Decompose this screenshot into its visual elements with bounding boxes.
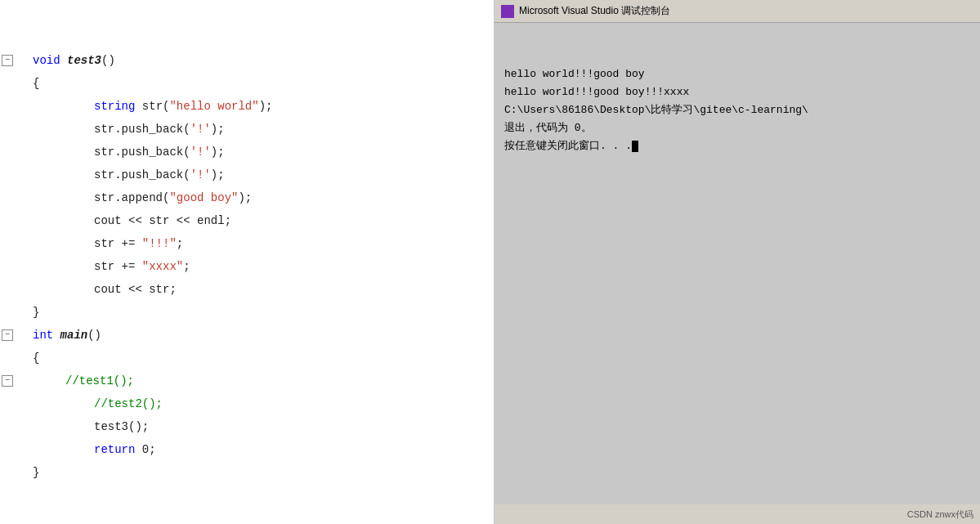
line-text: //test2(); — [33, 392, 163, 415]
token: { — [33, 352, 39, 365]
code-line: −int main() — [0, 324, 494, 347]
code-line: } — [0, 461, 494, 484]
line-text: str.append("good boy"); — [33, 186, 252, 209]
code-content: −void test3(){string str("hello world");… — [0, 0, 494, 487]
token: str.append( — [94, 191, 169, 204]
token: str += — [94, 237, 142, 250]
code-line: cout << str; — [0, 278, 494, 301]
watermark: CSDN znwx代码 — [907, 508, 973, 521]
token: return — [94, 443, 142, 456]
token: str.push_back( — [94, 146, 190, 159]
console-footer: CSDN znwx代码 — [494, 504, 980, 524]
line-text: } — [33, 301, 39, 324]
line-text: str.push_back('!'); — [33, 163, 225, 186]
collapse-button[interactable]: − — [2, 375, 13, 387]
token: ; — [183, 260, 190, 273]
line-text: { — [33, 347, 39, 369]
token: str.push_back( — [94, 123, 190, 136]
code-line: −void test3() — [0, 49, 494, 72]
token: str( — [135, 100, 169, 113]
code-line: test3(); — [0, 415, 494, 438]
line-text: } — [33, 461, 39, 484]
line-text: string str("hello world"); — [33, 95, 272, 118]
vs-icon — [501, 5, 514, 18]
token: main — [60, 329, 88, 342]
code-line: str += "!!!"; — [0, 232, 494, 255]
line-text: return 0; — [33, 438, 156, 461]
token: test3(); — [94, 420, 149, 433]
token: } — [33, 466, 39, 479]
line-text: str += "!!!"; — [33, 232, 183, 255]
token: int — [33, 329, 60, 342]
output-line: 退出，代码为 0。 — [504, 119, 970, 137]
line-text: test3(); — [33, 415, 149, 438]
line-text: void test3() — [33, 49, 115, 72]
token: str.push_back( — [94, 168, 190, 181]
line-text: str.push_back('!'); — [33, 118, 225, 141]
token: '!' — [190, 123, 211, 136]
collapse-button[interactable]: − — [2, 55, 13, 66]
code-line: str.append("good boy"); — [0, 186, 494, 209]
console-panel: Microsoft Visual Studio 调试控制台 hello worl… — [494, 0, 980, 524]
token: test3 — [67, 54, 101, 67]
token: { — [33, 77, 39, 90]
code-line: //test2(); — [0, 392, 494, 415]
line-text: //test1(); — [33, 369, 134, 392]
output-line: hello world!!!good boy!!!xxxx — [504, 83, 970, 101]
collapse-button[interactable]: − — [2, 329, 13, 341]
code-line: } — [0, 301, 494, 324]
code-line: string str("hello world"); — [0, 95, 494, 118]
code-line: return 0; — [0, 438, 494, 461]
code-line: { — [0, 347, 494, 369]
token: "xxxx" — [142, 260, 183, 273]
token: '!' — [190, 168, 211, 181]
code-line: cout << str << endl; — [0, 209, 494, 232]
token: cout << str; — [94, 283, 177, 296]
code-line: str += "xxxx"; — [0, 255, 494, 278]
token: "hello world" — [169, 100, 258, 113]
code-line: str.push_back('!'); — [0, 118, 494, 141]
line-text: str += "xxxx"; — [33, 255, 190, 278]
token: 0; — [142, 443, 156, 456]
token: ); — [211, 168, 225, 181]
token: ); — [211, 123, 225, 136]
token: "good boy" — [169, 191, 238, 204]
line-text: { — [33, 72, 39, 95]
code-line: −//test1(); — [0, 369, 494, 392]
token: string — [94, 100, 135, 113]
token: ; — [177, 237, 183, 250]
line-text: cout << str << endl; — [33, 209, 231, 232]
line-text: str.push_back('!'); — [33, 141, 225, 163]
console-titlebar: Microsoft Visual Studio 调试控制台 — [494, 0, 980, 23]
line-text: int main() — [33, 324, 101, 347]
token: void — [33, 54, 67, 67]
code-line: str.push_back('!'); — [0, 141, 494, 163]
line-text: cout << str; — [33, 278, 177, 301]
code-line: str.push_back('!'); — [0, 163, 494, 186]
token: ); — [211, 146, 225, 159]
token: str += — [94, 260, 142, 273]
cursor — [632, 141, 638, 152]
output-line: C:\Users\86186\Desktop\比特学习\gitee\c-lear… — [504, 101, 970, 119]
token: '!' — [190, 146, 211, 159]
token: ); — [238, 191, 252, 204]
console-output: hello world!!!good boyhello world!!!good… — [494, 23, 980, 504]
token: ); — [259, 100, 273, 113]
token: cout << str << endl; — [94, 214, 231, 227]
output-line: 按任意键关闭此窗口. . . — [504, 137, 970, 155]
token: () — [101, 54, 115, 67]
token: //test1(); — [65, 374, 134, 387]
token: () — [87, 329, 101, 342]
code-editor: −void test3(){string str("hello world");… — [0, 0, 494, 524]
code-line: { — [0, 72, 494, 95]
token: //test2(); — [94, 397, 163, 410]
output-line: hello world!!!good boy — [504, 65, 970, 83]
token: "!!!" — [142, 237, 177, 250]
token: } — [33, 306, 39, 319]
console-title: Microsoft Visual Studio 调试控制台 — [519, 4, 670, 18]
